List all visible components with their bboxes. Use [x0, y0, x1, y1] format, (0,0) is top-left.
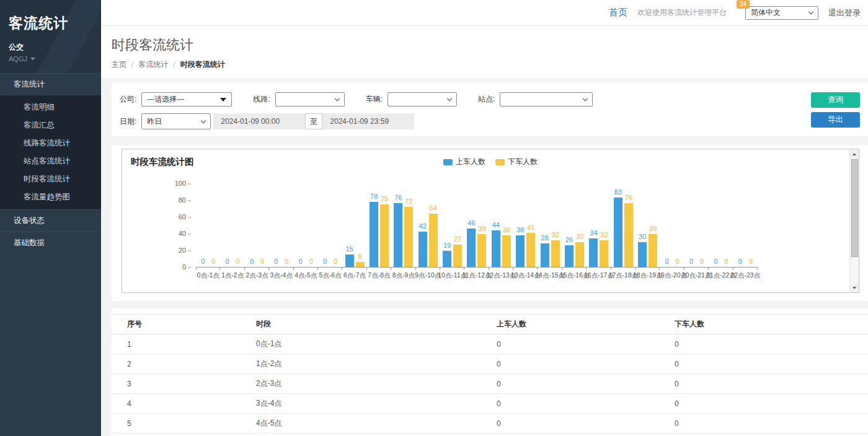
sidebar-subitem[interactable]: 客流汇总: [0, 116, 101, 134]
org-code-dropdown[interactable]: AQGJ: [9, 55, 92, 63]
scrollbar-thumb[interactable]: [851, 159, 858, 257]
bar: [394, 203, 402, 267]
chart-x-axis-labels: 0点-1点1点-2点2点-3点3点-4点4点-5点5点-6点6点-7点7点-8点…: [196, 271, 758, 280]
sidebar-subitem[interactable]: 站点客流统计: [0, 152, 101, 170]
chart-panel: 时段车流统计图 上车人数下车人数 00000000000015678757672…: [112, 146, 868, 301]
chevron-down-icon: [808, 9, 813, 14]
sidebar-subitem-current[interactable]: 时段客流统计: [0, 170, 101, 188]
bar-column: 0: [321, 184, 329, 267]
logout-link[interactable]: 退出登录: [828, 7, 861, 19]
table-cell: 0: [492, 334, 670, 354]
chart-box: 时段车流统计图 上车人数下车人数 00000000000015678757672…: [122, 149, 859, 293]
date-end-input[interactable]: 2024-01-09 23:59: [322, 113, 414, 129]
notification-badge: 34: [737, 0, 750, 9]
bar-column: 0: [272, 184, 280, 267]
bar-group: 00: [196, 184, 220, 267]
table-cell: 4点-5点: [251, 414, 492, 434]
legend-item[interactable]: 下车人数: [495, 157, 538, 167]
line-label: 线路:: [253, 94, 270, 105]
bar-column: 42: [418, 184, 427, 267]
table-cell: 0: [492, 394, 670, 414]
bar-column: 41: [526, 184, 535, 267]
breadcrumb: 主页 / 客流统计 / 时段客流统计: [112, 59, 868, 70]
sidebar-header: 客流统计 公交 AQGJ: [0, 0, 101, 73]
chart-scrollbar[interactable]: [849, 149, 859, 292]
sidebar-subitem[interactable]: 客流量趋势图: [0, 188, 101, 206]
bar-column: 0: [247, 184, 256, 267]
title-band: 时段客流统计 主页 / 客流统计 / 时段客流统计: [101, 26, 868, 78]
bar-column: 0: [698, 184, 706, 267]
legend-item[interactable]: 上车人数: [443, 157, 485, 167]
table-row: 21点-2点00: [112, 354, 868, 374]
query-button[interactable]: 查询: [811, 92, 860, 108]
col-header-alighting: 下车人数: [670, 315, 868, 334]
bar-value-label: 32: [600, 232, 608, 238]
bar-column: 76: [624, 184, 633, 267]
sidebar-item-device-status[interactable]: 设备状态: [0, 209, 101, 232]
table-panel: 序号 时段 上车人数 下车人数 10点-1点0021点-2点0032点-3点00…: [112, 308, 868, 436]
bar-value-label: 39: [649, 225, 657, 232]
bar-value-label: 0: [201, 258, 205, 265]
table-cell: 0: [492, 414, 670, 434]
main-area: 首页 欢迎使用客流统计管理平台 34 简体中文 退出登录 时段客流统计 主页 /…: [101, 0, 868, 436]
sidebar-subitem[interactable]: 客流明细: [0, 98, 101, 116]
bar-column: 28: [541, 184, 549, 267]
triangle-down-icon: [220, 98, 226, 102]
scrollbar-down-button[interactable]: [850, 283, 859, 292]
bar-column: 0: [687, 184, 696, 267]
language-select[interactable]: 简体中文: [745, 6, 818, 20]
date-preset-value: 昨日: [147, 116, 162, 127]
bar-value-label: 76: [394, 194, 402, 201]
y-axis-tick-label: 20: [166, 247, 191, 254]
breadcrumb-section[interactable]: 客流统计: [138, 59, 168, 70]
bar-value-label: 0: [323, 258, 327, 265]
bar-value-label: 78: [370, 193, 378, 200]
bar: [600, 240, 608, 267]
bar-column: 0: [296, 184, 305, 267]
org-code-label: AQGJ: [9, 55, 27, 63]
chevron-down-icon: [334, 96, 339, 101]
breadcrumb-home[interactable]: 主页: [112, 59, 126, 70]
bar-value-label: 76: [625, 194, 632, 201]
bar-group: 00: [660, 184, 684, 267]
bar-column: 44: [492, 184, 500, 267]
sidebar-item-passenger-stats[interactable]: 客流统计: [0, 73, 101, 95]
company-select[interactable]: ---请选择---: [141, 92, 232, 107]
welcome-text: 欢迎使用客流统计管理平台: [637, 7, 727, 18]
table-cell: 0: [492, 354, 670, 374]
legend-label: 上车人数: [456, 157, 485, 167]
bar: [492, 230, 500, 267]
bar-group: 3841: [513, 184, 538, 267]
bar-group: 00: [220, 184, 244, 267]
bar-column: 72: [404, 184, 413, 267]
sidebar-item-base-data[interactable]: 基础数据: [0, 232, 101, 254]
vehicle-select[interactable]: [388, 92, 457, 107]
bar: [370, 202, 378, 267]
bar-column: 39: [477, 184, 486, 267]
bar: [575, 242, 584, 268]
table-cell: 0: [492, 374, 670, 394]
export-button[interactable]: 导出: [811, 112, 860, 128]
bar-group: 00: [269, 184, 293, 267]
bar-value-label: 38: [503, 227, 510, 233]
scrollbar-up-button[interactable]: [850, 149, 859, 159]
bar-column: 26: [565, 184, 574, 267]
line-select[interactable]: [275, 92, 345, 107]
date-start-input[interactable]: 2024-01-09 00:00: [213, 113, 305, 129]
bar-column: 78: [370, 184, 378, 267]
bar-group: 3432: [587, 184, 611, 267]
sidebar-subitem[interactable]: 线路客流统计: [0, 134, 101, 152]
station-select[interactable]: [500, 92, 593, 107]
table-cell: 0: [670, 374, 868, 394]
chart-title: 时段车流统计图: [131, 156, 194, 168]
bar-value-label: 42: [419, 223, 427, 230]
bar-value-label: 15: [345, 246, 353, 253]
bar: [589, 238, 598, 267]
date-preset-select[interactable]: 昨日: [141, 113, 211, 129]
table-cell: 5: [112, 414, 251, 434]
home-link[interactable]: 首页: [609, 7, 627, 19]
bar-column: 76: [394, 184, 402, 267]
bar-column: 46: [467, 184, 476, 267]
bar-column: 0: [234, 184, 242, 267]
bar-column: 0: [722, 184, 730, 267]
